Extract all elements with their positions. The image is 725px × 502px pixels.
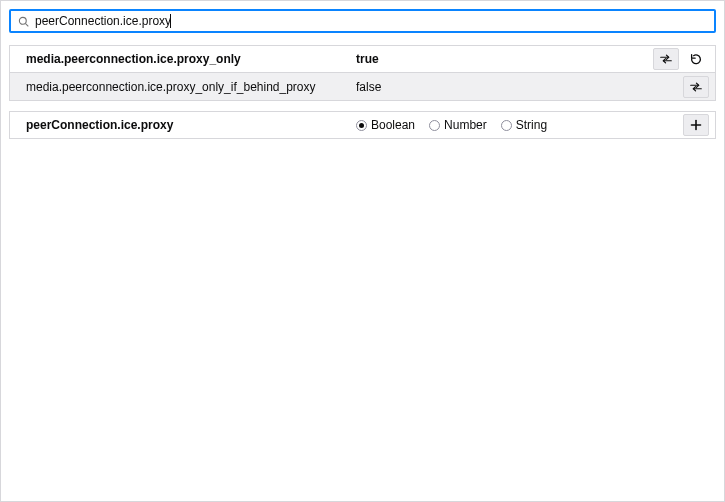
radio-icon <box>501 120 512 131</box>
toggle-button[interactable] <box>653 48 679 70</box>
radio-label: String <box>516 118 547 132</box>
search-container[interactable]: peerConnection.ice.proxy <box>9 9 716 33</box>
row-actions <box>683 114 715 136</box>
radio-label: Boolean <box>371 118 415 132</box>
svg-point-0 <box>19 17 26 24</box>
toggle-button[interactable] <box>683 76 709 98</box>
row-actions <box>653 48 715 70</box>
pref-name: media.peerconnection.ice.proxy_only_if_b… <box>10 80 348 94</box>
search-icon <box>17 15 29 27</box>
new-pref-name: peerConnection.ice.proxy <box>10 118 348 132</box>
pref-name: media.peerconnection.ice.proxy_only <box>10 52 348 66</box>
type-radio-group: Boolean Number String <box>348 118 683 132</box>
search-input-field[interactable] <box>171 13 708 30</box>
type-radio-string[interactable]: String <box>501 118 547 132</box>
toggle-icon <box>689 80 703 94</box>
type-radio-boolean[interactable]: Boolean <box>356 118 415 132</box>
pref-value: true <box>348 52 653 66</box>
results-list: media.peerconnection.ice.proxy_only true <box>9 45 716 139</box>
reset-button[interactable] <box>683 48 709 70</box>
reset-icon <box>689 52 703 66</box>
radio-icon <box>356 120 367 131</box>
svg-line-1 <box>25 23 28 26</box>
new-pref-row: peerConnection.ice.proxy Boolean Number … <box>9 111 716 139</box>
plus-icon <box>690 119 702 131</box>
radio-icon <box>429 120 440 131</box>
type-radio-number[interactable]: Number <box>429 118 487 132</box>
search-input[interactable]: peerConnection.ice.proxy <box>35 14 171 28</box>
pref-row: media.peerconnection.ice.proxy_only true <box>9 45 716 73</box>
row-actions <box>683 76 715 98</box>
pref-value: false <box>348 80 683 94</box>
toggle-icon <box>659 52 673 66</box>
pref-row: media.peerconnection.ice.proxy_only_if_b… <box>9 73 716 101</box>
add-button[interactable] <box>683 114 709 136</box>
radio-label: Number <box>444 118 487 132</box>
about-config-page: peerConnection.ice.proxy media.peerconne… <box>0 0 725 502</box>
